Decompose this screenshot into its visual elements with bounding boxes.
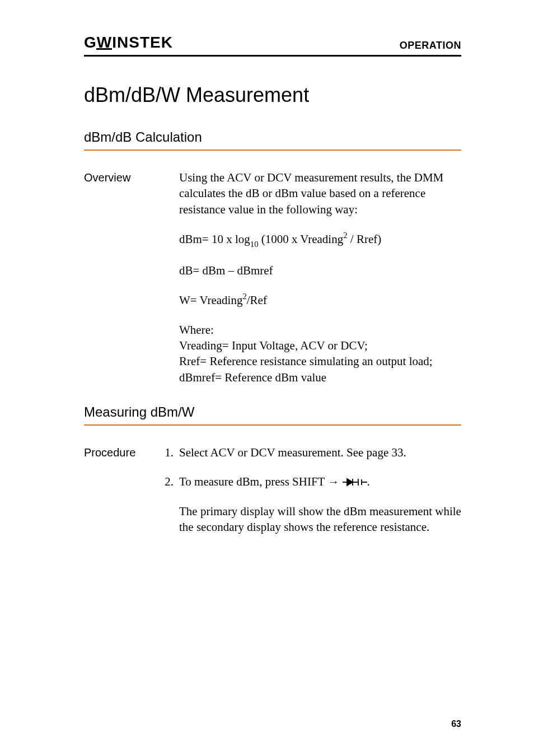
- where-vreading: Vreading= Input Voltage, ACV or DCV;: [179, 338, 461, 353]
- logo-letter: N: [117, 34, 128, 52]
- svg-marker-1: [347, 479, 353, 486]
- formula-w: W= Vreading2/Ref: [179, 292, 461, 308]
- brand-logo: GWINSTEK: [84, 34, 172, 52]
- formula-db: dB= dBm – dBmref: [179, 263, 461, 278]
- logo-letter: E: [150, 34, 161, 52]
- formula-db-row: dB= dBm – dBmref: [84, 263, 461, 278]
- subheading-calculation: dBm/dB Calculation: [84, 129, 461, 147]
- overview-body: Using the ACV or DCV measurement results…: [179, 170, 461, 217]
- step-2-post: .: [367, 475, 370, 488]
- superscript: 2: [242, 292, 246, 301]
- formula-text: dBm= 10 x log: [179, 232, 250, 246]
- step-number: 1.: [157, 445, 179, 460]
- logo-letter: S: [129, 34, 139, 52]
- subscript: 10: [250, 240, 259, 249]
- where-heading: Where:: [179, 322, 461, 338]
- logo-letter-underlined: W: [97, 34, 111, 52]
- superscript: 2: [343, 231, 347, 240]
- step-2-note: The primary display will show the dBm me…: [179, 503, 461, 535]
- divider: [84, 424, 461, 426]
- step-2-text: To measure dBm, press SHIFT →: [179, 475, 343, 488]
- step-1-text: Select ACV or DCV measurement. See page …: [179, 445, 461, 460]
- procedure-label: Procedure: [84, 446, 135, 459]
- overview-label: Overview: [84, 171, 130, 184]
- step-number: 2.: [157, 474, 179, 489]
- formula-w-row: W= Vreading2/Ref: [84, 292, 461, 308]
- logo-letter: K: [161, 34, 172, 52]
- diode-capacitor-icon: [343, 475, 367, 491]
- logo-letter: T: [140, 34, 149, 52]
- formula-text: W= Vreading: [179, 293, 242, 307]
- page-header: GWINSTEK OPERATION: [84, 34, 461, 57]
- formula-dbm: dBm= 10 x log10 (1000 x Vreading2 / Rref…: [179, 231, 461, 249]
- subheading-measuring: Measuring dBm/W: [84, 404, 461, 422]
- formula-text: /Ref: [247, 293, 267, 307]
- where-block: Where: Vreading= Input Voltage, ACV or D…: [84, 322, 461, 385]
- logo-letter: G: [84, 34, 96, 52]
- procedure-step-2: 2. To measure dBm, press SHIFT →: [84, 474, 461, 535]
- formula-dbm-row: dBm= 10 x log10 (1000 x Vreading2 / Rref…: [84, 231, 461, 249]
- section-label: OPERATION: [400, 40, 461, 52]
- where-dbmref: dBmref= Reference dBm value: [179, 370, 461, 385]
- procedure-step-1: Procedure 1. Select ACV or DCV measureme…: [84, 445, 461, 460]
- divider: [84, 150, 461, 151]
- logo-letter: I: [112, 34, 116, 52]
- formula-text: / Rref): [348, 232, 382, 246]
- page-title: dBm/dB/W Measurement: [84, 83, 461, 107]
- page-number: 63: [451, 719, 461, 729]
- formula-text: (1000 x Vreading: [258, 232, 343, 246]
- overview-row: Overview Using the ACV or DCV measuremen…: [84, 170, 461, 217]
- where-rref: Rref= Reference resistance simulating an…: [179, 353, 461, 369]
